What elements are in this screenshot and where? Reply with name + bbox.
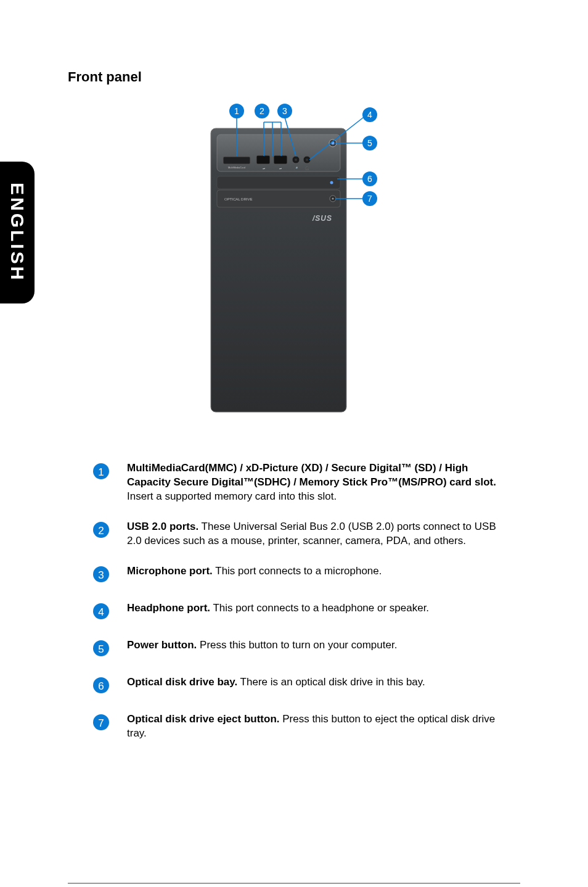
svg-rect-7	[274, 155, 287, 164]
callout-6: 6	[367, 174, 372, 184]
legend-item-3: 3Microphone port. This port connects to …	[92, 564, 508, 585]
legend-badge-3: 3	[92, 566, 111, 585]
legend-bold-1: MultiMediaCard(MMC) / xD-Picture (XD) / …	[127, 462, 496, 488]
legend-rest-6: There is an optical disk drive in this b…	[237, 676, 425, 688]
legend-rest-5: Press this button to turn on your comput…	[197, 639, 397, 651]
legend-bold-2: USB 2.0 ports.	[127, 521, 198, 532]
svg-point-14	[306, 159, 308, 161]
svg-point-21	[332, 198, 334, 200]
svg-text:4: 4	[98, 606, 104, 617]
svg-rect-6	[256, 155, 270, 164]
legend-item-6: 6Optical disk drive bay. There is an opt…	[92, 675, 508, 696]
svg-text:MultiMediaCard: MultiMediaCard	[228, 166, 245, 169]
page-footer: 12 Chapter 1: Getting started	[68, 883, 520, 887]
legend-item-7: 7Optical disk drive eject button. Press …	[92, 712, 508, 741]
legend-badge-4: 4	[92, 603, 111, 622]
legend-rest-3: This port connects to a microphone.	[213, 565, 382, 577]
callout-1: 1	[234, 106, 239, 116]
legend-item-5: 5Power button. Press this button to turn…	[92, 638, 508, 659]
legend-rest-4: This port connects to a headphone or spe…	[210, 602, 429, 614]
legend-text-3: Microphone port. This port connects to a…	[127, 564, 382, 579]
svg-text:1: 1	[98, 466, 104, 478]
svg-text:7: 7	[98, 717, 104, 728]
svg-text:6: 6	[98, 680, 104, 691]
svg-text:5: 5	[98, 643, 104, 654]
legend-text-5: Power button. Press this button to turn …	[127, 638, 397, 653]
legend-badge-7: 7	[92, 714, 111, 733]
svg-text:⇌: ⇌	[263, 167, 265, 170]
callout-3: 3	[282, 106, 287, 116]
legend-text-1: MultiMediaCard(MMC) / xD-Picture (XD) / …	[127, 461, 508, 504]
legend-item-4: 4Headphone port. This port connects to a…	[92, 601, 508, 622]
legend-bold-4: Headphone port.	[127, 602, 210, 614]
svg-text:2: 2	[98, 524, 104, 536]
svg-text:⇌: ⇌	[279, 167, 282, 170]
legend-text-4: Headphone port. This port connects to a …	[127, 601, 429, 616]
svg-text:3: 3	[98, 569, 104, 580]
legend-rest-1: Insert a supported memory card into this…	[127, 490, 337, 502]
legend-badge-6: 6	[92, 677, 111, 696]
svg-text:/SUS: /SUS	[312, 214, 332, 223]
legend-bold-7: Optical disk drive eject button.	[127, 713, 280, 725]
svg-rect-4	[223, 157, 250, 164]
callout-5: 5	[367, 138, 372, 148]
callout-4: 4	[367, 110, 372, 120]
svg-text:🎧: 🎧	[305, 167, 309, 171]
language-tab: ENGLISH	[0, 162, 35, 303]
legend-badge-2: 2	[92, 521, 111, 541]
legend-bold-3: Microphone port.	[127, 565, 213, 577]
svg-point-11	[295, 159, 297, 161]
svg-point-17	[330, 181, 333, 184]
svg-text:OPTICAL DRIVE: OPTICAL DRIVE	[224, 197, 252, 201]
svg-rect-16	[217, 176, 340, 189]
legend-item-2: 2USB 2.0 ports. These Universal Serial B…	[92, 520, 508, 548]
language-tab-label: ENGLISH	[7, 183, 28, 282]
callout-7: 7	[367, 194, 372, 204]
section-heading: Front panel	[68, 69, 520, 85]
legend-item-1: 1MultiMediaCard(MMC) / xD-Picture (XD) /…	[92, 461, 508, 504]
legend-text-2: USB 2.0 ports. These Universal Serial Bu…	[127, 520, 508, 548]
legend-badge-5: 5	[92, 640, 111, 659]
legend-list: 1MultiMediaCard(MMC) / xD-Picture (XD) /…	[92, 461, 508, 741]
legend-text-7: Optical disk drive eject button. Press t…	[127, 712, 508, 741]
legend-bold-6: Optical disk drive bay.	[127, 676, 237, 688]
callout-2: 2	[259, 106, 264, 116]
legend-badge-1: 1	[92, 463, 111, 482]
svg-text:🎤: 🎤	[294, 167, 298, 171]
front-panel-figure: MultiMediaCard ⇌ ⇌ 🎤 🎧 OPTICAL	[68, 104, 520, 418]
legend-text-6: Optical disk drive bay. There is an opti…	[127, 675, 425, 690]
legend-bold-5: Power button.	[127, 639, 197, 651]
